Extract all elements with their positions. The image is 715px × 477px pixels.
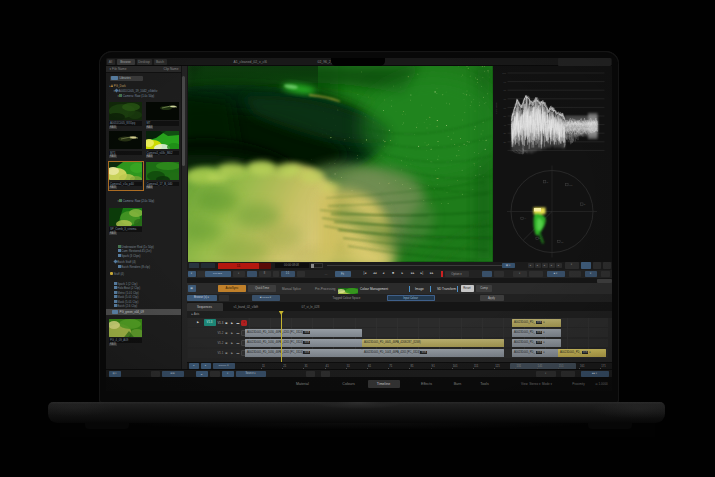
svg-text:Luminance: Luminance [495, 102, 498, 114]
svg-text:R: R [546, 181, 548, 184]
